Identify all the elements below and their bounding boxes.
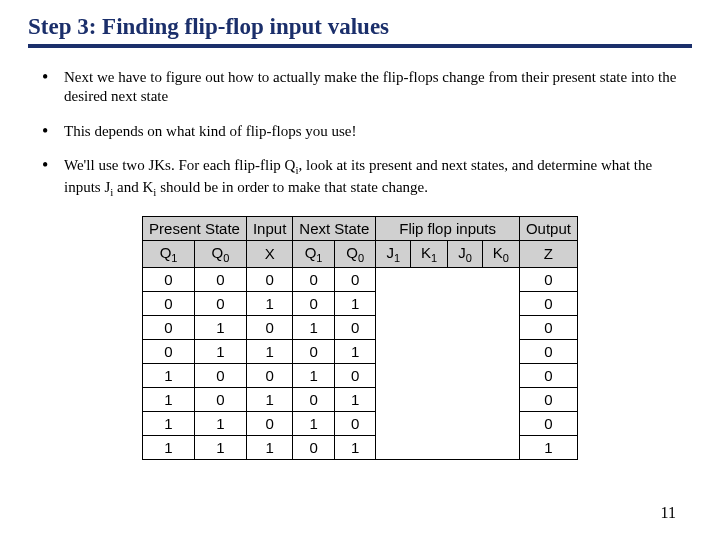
hdr-q0: Q0	[195, 240, 247, 267]
hdr-present-state: Present State	[143, 216, 247, 240]
bullet-2: This depends on what kind of flip-flops …	[38, 122, 686, 141]
ff-inputs-blank	[376, 267, 520, 459]
hdr-z: Z	[519, 240, 577, 267]
hdr-nq1: Q1	[293, 240, 335, 267]
bullet-1: Next we have to figure out how to actual…	[38, 68, 686, 106]
hdr-j1: J1	[376, 240, 411, 267]
hdr-j0: J0	[448, 240, 483, 267]
hdr-k0: K0	[482, 240, 519, 267]
table-header-row-2: Q1 Q0 X Q1 Q0 J1 K1 J0 K0 Z	[143, 240, 578, 267]
slide: Step 3: Finding flip-flop input values N…	[0, 0, 720, 540]
table-container: Present State Input Next State Flip flop…	[28, 216, 692, 460]
table-header-row-1: Present State Input Next State Flip flop…	[143, 216, 578, 240]
hdr-input: Input	[246, 216, 292, 240]
bullet-1-text: Next we have to figure out how to actual…	[64, 69, 676, 104]
page-number: 11	[661, 504, 676, 522]
bullet-3-part-c: and K	[113, 179, 153, 195]
table-row: 00 0 00 0	[143, 267, 578, 291]
hdr-x: X	[246, 240, 292, 267]
bullet-2-text: This depends on what kind of flip-flops …	[64, 123, 356, 139]
bullet-3-part-d: should be in order to make that state ch…	[156, 179, 428, 195]
hdr-nq0: Q0	[334, 240, 376, 267]
bullet-list: Next we have to figure out how to actual…	[28, 68, 692, 200]
bullet-3-part-a: We'll use two JKs. For each flip-flip Q	[64, 157, 295, 173]
page-title: Step 3: Finding flip-flop input values	[28, 14, 692, 48]
hdr-next-state: Next State	[293, 216, 376, 240]
excitation-table: Present State Input Next State Flip flop…	[142, 216, 578, 460]
hdr-q1: Q1	[143, 240, 195, 267]
hdr-k1: K1	[411, 240, 448, 267]
hdr-ff-inputs: Flip flop inputs	[376, 216, 520, 240]
bullet-3: We'll use two JKs. For each flip-flip Qi…	[38, 156, 686, 200]
hdr-output: Output	[519, 216, 577, 240]
table-body: 00 0 00 0 00 1 01 0 01 0 10 0	[143, 267, 578, 459]
